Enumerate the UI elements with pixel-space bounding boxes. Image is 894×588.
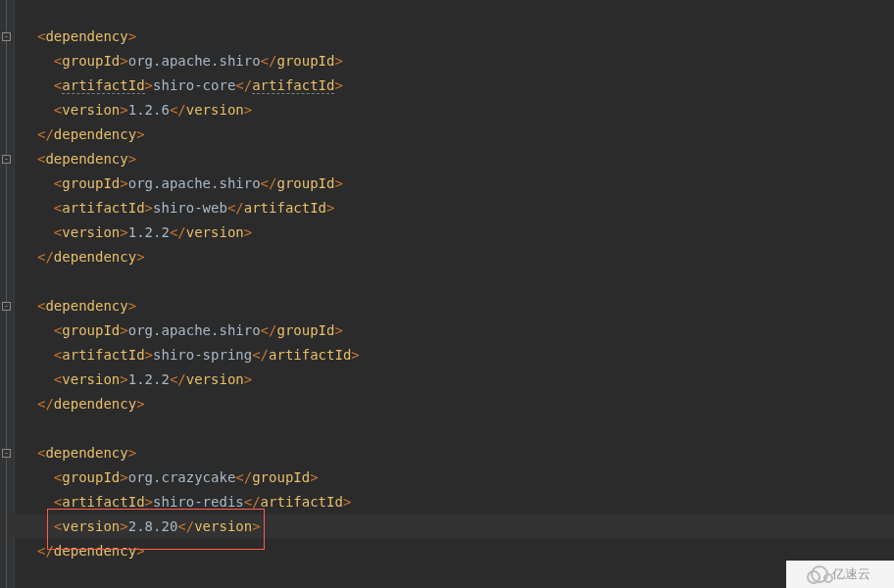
code-area[interactable]: <dependency> <groupId>org.apache.shiro</…: [25, 0, 894, 588]
dependency-close[interactable]: </dependency>: [37, 245, 894, 270]
dependency-close[interactable]: </dependency>: [37, 539, 894, 564]
groupId-line[interactable]: <groupId>org.crazycake</groupId>: [37, 466, 894, 490]
dependency-close[interactable]: </dependency>: [37, 392, 894, 416]
fold-marker[interactable]: -: [2, 302, 11, 311]
code-editor[interactable]: ---- <dependency> <groupId>org.apache.sh…: [0, 0, 894, 588]
watermark-text: 亿速云: [832, 565, 870, 583]
groupId-line[interactable]: <groupId>org.apache.shiro</groupId>: [37, 318, 894, 343]
version-line[interactable]: <version>1.2.2</version>: [37, 220, 894, 245]
dependency-close[interactable]: </dependency>: [37, 122, 894, 147]
fold-marker[interactable]: -: [2, 155, 11, 164]
dependency-open[interactable]: <dependency>: [37, 147, 894, 172]
groupId-line[interactable]: <groupId>org.apache.shiro</groupId>: [37, 172, 894, 196]
dependency-open[interactable]: <dependency>: [37, 24, 894, 49]
blank-line[interactable]: [37, 0, 894, 24]
fold-marker[interactable]: -: [2, 449, 11, 458]
version-line[interactable]: <version>2.8.20</version>: [37, 514, 894, 539]
blank-line[interactable]: [37, 270, 894, 294]
groupId-line[interactable]: <groupId>org.apache.shiro</groupId>: [37, 49, 894, 74]
artifactId-line[interactable]: <artifactId>shiro-redis</artifactId>: [37, 490, 894, 514]
cloud-icon: [811, 565, 828, 583]
artifactId-line[interactable]: <artifactId>shiro-web</artifactId>: [37, 196, 894, 220]
gutter: ----: [0, 0, 14, 588]
blank-line[interactable]: [37, 564, 894, 588]
dependency-open[interactable]: <dependency>: [37, 441, 894, 466]
indent-guide: [14, 0, 25, 588]
watermark-badge: 亿速云: [786, 561, 894, 588]
fold-marker[interactable]: -: [2, 32, 11, 41]
artifactId-line[interactable]: <artifactId>shiro-core</artifactId>: [37, 74, 894, 98]
blank-line[interactable]: [37, 416, 894, 441]
version-line[interactable]: <version>1.2.6</version>: [37, 98, 894, 122]
artifactId-line[interactable]: <artifactId>shiro-spring</artifactId>: [37, 343, 894, 368]
dependency-open[interactable]: <dependency>: [37, 294, 894, 318]
version-line[interactable]: <version>1.2.2</version>: [37, 368, 894, 392]
